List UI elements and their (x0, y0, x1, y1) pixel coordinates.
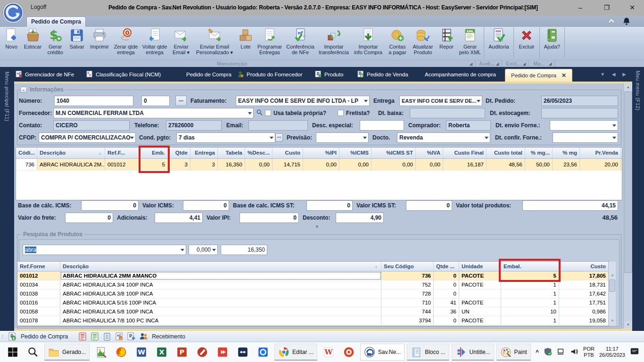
tray-chevron-icon[interactable]: ^ (536, 349, 539, 355)
document-tab-gerenciador-de-nfe[interactable]: nfGerenciador de NFe (16, 67, 74, 82)
dialog-launcher-icon[interactable]: ◢ (549, 62, 553, 66)
docto-combobox[interactable]: Revenda (397, 132, 490, 143)
dropdown-arrow-icon[interactable] (364, 100, 368, 102)
scroll-down-icon[interactable]: ▼ (624, 321, 632, 329)
column-header[interactable]: Descrição (60, 262, 381, 271)
taskbar-paint[interactable]: Paint (496, 344, 531, 361)
cfop-combobox[interactable]: COMPRA P/ COMERCIALIZACAO (39, 132, 136, 143)
product-grid-scrollbar[interactable]: ▲ ▼ (608, 262, 616, 326)
faturamento-combobox[interactable]: EASY INFO COM E SERV DE INFO LTDA - LP (236, 96, 370, 106)
dt-envio-forne-combobox[interactable] (550, 120, 618, 131)
toolbar-button-gerar-pelo-xml[interactable]: XMLGerar pelo XML (457, 27, 483, 59)
dt-confir-forne-combobox[interactable] (553, 132, 618, 143)
taskbar-firefox[interactable] (112, 344, 130, 361)
column-header[interactable]: Ref.Forne (17, 262, 60, 271)
menu-principal-label[interactable]: Menu principal (F11) (4, 72, 10, 122)
valor-ipi-input[interactable]: 0 (239, 213, 299, 223)
dialog-launcher-icon[interactable]: ◢ (470, 62, 473, 66)
statusbar-pedido-label[interactable]: Pedido de Compra (21, 333, 68, 340)
column-header[interactable]: Entrega (190, 148, 218, 158)
valor-frete-input[interactable]: 0 (65, 213, 113, 223)
dropdown-arrow-icon[interactable] (270, 137, 273, 139)
toolbar-button-confer-ncia-de-nfe[interactable]: nfeConferência de NFe (284, 27, 316, 59)
taskbar-search[interactable] (24, 344, 42, 361)
toolbar-button-auditoria[interactable]: Auditoria (485, 27, 513, 59)
toolbar-button-enviar-email-personalizado[interactable]: Enviar Email Personalizado ▾ (193, 27, 236, 59)
nf-doc-icon[interactable]: nfe (115, 332, 124, 341)
table-row[interactable]: 001038ABRAC HIDRAULICA 3/8 100P INCA7280… (17, 289, 609, 298)
valor-icms-st-input[interactable]: 0 (406, 200, 452, 211)
product-search-combobox[interactable]: abra (23, 245, 186, 255)
dropdown-arrow-icon[interactable] (485, 137, 488, 139)
column-header[interactable]: %IPI (303, 148, 339, 158)
scrollbar-thumb[interactable] (609, 280, 615, 292)
column-header[interactable]: Ref.F... (105, 148, 139, 158)
network-icon[interactable] (557, 347, 565, 357)
column-header[interactable]: Tabela (218, 148, 245, 158)
column-header[interactable]: Descrição (37, 148, 105, 158)
notification-center-icon[interactable] (630, 347, 639, 358)
taskbar-red-app[interactable] (214, 344, 231, 361)
adicionais-input[interactable]: 4,41 (155, 213, 203, 223)
document-tab-produto-do-fornecedor[interactable]: Produto do Fornecedor (237, 67, 302, 82)
restore-button[interactable]: ❐ (600, 3, 614, 12)
toolbar-button-gerar-cr-dito[interactable]: $Gerar crédito (44, 27, 66, 59)
price-input[interactable]: 16,350 (221, 245, 267, 255)
valor-icms-input[interactable]: 0 (183, 200, 229, 211)
taskbar-word[interactable]: W (132, 344, 150, 361)
dialog-launcher-icon[interactable]: ◢ (523, 62, 527, 66)
column-header[interactable]: %ICMS (339, 148, 372, 158)
collapse-arrow-icon[interactable]: ▼ (315, 224, 319, 229)
taskbar-editar[interactable]: Editar ... (274, 344, 317, 361)
taskbar-w-app[interactable]: W (320, 344, 338, 361)
scroll-up-icon[interactable]: ▲ (611, 273, 614, 277)
logoff-menu[interactable]: Logoff (31, 4, 46, 10)
taskbar-blue-o[interactable] (254, 344, 272, 361)
tab-close-icon[interactable]: ✕ (561, 72, 566, 79)
cond-pgto-more-button[interactable]: ... (275, 133, 283, 142)
meu-menu-label[interactable]: Meu menu (F12) (635, 71, 641, 111)
taskbar-gerado[interactable]: Gerado... (44, 344, 90, 361)
base-icms-input[interactable]: 0 (81, 200, 139, 211)
column-header[interactable]: % mg (553, 148, 580, 158)
numero2-input[interactable]: 0 (141, 96, 170, 106)
pedido-compra-icon[interactable]: P$ (8, 332, 17, 341)
filter-combobox[interactable]: 0,000 (189, 245, 218, 255)
document-tab-classifica-o-fiscal-ncm-[interactable]: CFClassificação Fiscal (NCM) (86, 67, 161, 82)
fretista-checkbox[interactable] (338, 110, 344, 116)
column-header[interactable]: Custo (272, 148, 303, 158)
search-icon[interactable] (256, 109, 263, 117)
column-header[interactable]: Custo (559, 262, 609, 271)
column-header[interactable]: Custo total (487, 148, 525, 158)
tab-scroll-arrows[interactable]: ▼ ◀ ▶ (600, 72, 629, 77)
toolbar-button-novo[interactable]: Novo (1, 27, 22, 59)
toolbar-button-lote[interactable]: Lote (236, 27, 255, 59)
base-icms-st-input[interactable]: 0 (306, 200, 353, 211)
document-tab-pedido-de-compra[interactable]: Pedido de Compra (186, 67, 231, 82)
column-header[interactable]: %IVA (416, 148, 443, 158)
column-header[interactable]: Seu Código (381, 262, 434, 271)
dropdown-arrow-icon[interactable] (363, 137, 367, 139)
p-plus-icon[interactable]: P (127, 332, 136, 341)
minimize-button[interactable]: – (573, 3, 587, 12)
taskbar-start[interactable] (4, 344, 22, 361)
red-doc-icon[interactable] (78, 332, 87, 341)
previsao-combobox[interactable] (316, 132, 369, 143)
taskbar-untitle[interactable]: Untitle... (452, 344, 494, 361)
toolbar-button-imprimir[interactable]: Imprimir (87, 27, 112, 59)
close-button[interactable]: ✕ (625, 3, 639, 12)
toolbar-button-importar-transfer-ncia[interactable]: Importar transferência (316, 27, 351, 59)
toolbar-button-excluir[interactable]: Excluir (514, 27, 539, 59)
dropdown-arrow-icon[interactable] (248, 112, 252, 115)
toolbar-button-repor[interactable]: Repor (436, 27, 457, 59)
column-header[interactable]: Qtde (168, 148, 190, 158)
fornecedor-combobox[interactable]: M.N COMERCIAL FERRAM LTDA (53, 108, 254, 118)
taskbar-powerpoint[interactable]: P (173, 344, 191, 361)
column-header[interactable]: %ICMS ST (372, 148, 416, 158)
dropdown-arrow-icon[interactable] (181, 249, 184, 251)
dropdown-arrow-icon[interactable] (130, 137, 134, 139)
tray-clock[interactable]: 11:1726/05/2023 (599, 346, 625, 358)
toolbar-button-enviar-email[interactable]: Enviar Email ▾ (169, 27, 193, 59)
toolbar-button-salvar[interactable]: Salvar (66, 27, 87, 59)
toolbar-button-zerar-qtde-entrega[interactable]: 0Zerar qtde entrega (112, 27, 140, 59)
